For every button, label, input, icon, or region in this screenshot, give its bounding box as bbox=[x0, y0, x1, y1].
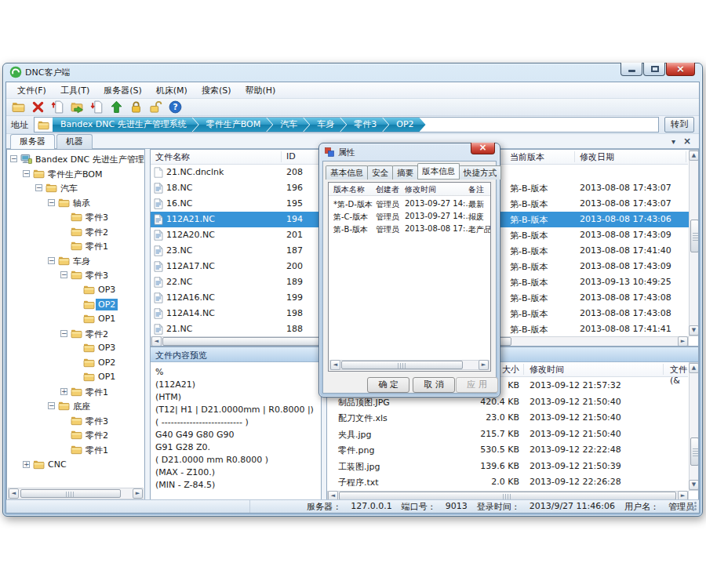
tree-item[interactable]: 轴承 bbox=[7, 196, 144, 210]
tree-item[interactable]: 底座 bbox=[7, 399, 144, 413]
column-header-date[interactable]: 修改日期 bbox=[580, 151, 614, 163]
dialog-tab-3[interactable]: 版本信息 bbox=[417, 163, 460, 179]
resize-grip[interactable] bbox=[687, 501, 697, 511]
scroll-thumb[interactable] bbox=[690, 220, 699, 252]
ok-button[interactable]: 确 定 bbox=[367, 377, 409, 393]
tree-item[interactable]: OP3 bbox=[7, 341, 144, 355]
breadcrumb-segment-1[interactable]: 零件生产BOM bbox=[193, 118, 273, 132]
collapse-icon[interactable] bbox=[23, 170, 30, 177]
tree-item[interactable]: 汽车 bbox=[7, 181, 144, 195]
attachment-row[interactable]: 工装图.jpg139.6 KB2013-09-12 21:50:39 bbox=[327, 459, 689, 474]
maximize-button[interactable] bbox=[643, 63, 665, 76]
dialog-tab-0[interactable]: 基本信息 bbox=[326, 165, 368, 180]
version-row[interactable]: 第-C-版本管理员2013-09-27 14:...报废 bbox=[329, 211, 490, 223]
attachment-row[interactable]: 子程序.txt2.0 KB2013-09-12 22:26:28 bbox=[327, 474, 689, 490]
column-header-creator[interactable]: 创建者 bbox=[376, 184, 399, 195]
column-header-mod-time[interactable]: 修改时间 bbox=[405, 184, 436, 195]
column-header-note[interactable]: 备注 bbox=[468, 184, 484, 195]
version-row[interactable]: 第-B-版本管理员2013-08-08 17:...老产品程序 bbox=[329, 223, 490, 236]
scroll-up-icon[interactable] bbox=[689, 363, 699, 373]
column-header-version-name[interactable]: 版本名称 bbox=[333, 184, 365, 195]
tree-item[interactable]: OP2 bbox=[7, 298, 144, 312]
collapse-icon[interactable] bbox=[60, 330, 67, 337]
menu-item-2[interactable]: 服务器(S) bbox=[96, 83, 149, 98]
collapse-icon[interactable] bbox=[60, 271, 67, 278]
upload-icon[interactable] bbox=[110, 100, 123, 114]
scroll-down-icon[interactable] bbox=[689, 480, 699, 490]
collapse-icon[interactable] bbox=[48, 199, 55, 206]
scroll-thumb[interactable] bbox=[20, 489, 121, 498]
attachment-row[interactable]: 配刀文件.xls23.0 KB2013-09-12 21:50:40 bbox=[327, 410, 689, 426]
tree-item[interactable]: 零件2 bbox=[7, 428, 144, 442]
column-header-version[interactable]: 当前版本 bbox=[510, 151, 544, 163]
tree-item[interactable]: CNC bbox=[7, 458, 144, 472]
scroll-up-icon[interactable] bbox=[689, 151, 699, 161]
cancel-button[interactable]: 取 消 bbox=[413, 377, 455, 393]
attachment-row[interactable]: 零件.png530.5 KB2013-09-12 22:22:48 bbox=[327, 442, 689, 458]
scroll-left-icon[interactable] bbox=[9, 488, 19, 499]
tree-item[interactable]: OP3 bbox=[7, 283, 144, 297]
scroll-left-icon[interactable] bbox=[330, 360, 340, 370]
dialog-titlebar[interactable]: 属性 bbox=[319, 143, 500, 161]
breadcrumb-segment-5[interactable]: OP2 bbox=[383, 118, 425, 132]
scroll-thumb[interactable] bbox=[341, 361, 463, 369]
column-header-name[interactable]: 文件名称 bbox=[155, 151, 190, 163]
send-to-folder-icon[interactable] bbox=[71, 100, 84, 114]
tree-item[interactable]: OP1 bbox=[7, 370, 144, 384]
delete-icon[interactable] bbox=[31, 100, 45, 114]
tree-item[interactable]: 零件1 bbox=[7, 239, 144, 253]
scroll-thumb[interactable] bbox=[690, 437, 699, 466]
chevron-down-icon[interactable] bbox=[671, 136, 675, 147]
menu-item-5[interactable]: 帮助(H) bbox=[238, 83, 282, 98]
scroll-down-icon[interactable] bbox=[689, 325, 699, 336]
tree-item[interactable]: 零件1 bbox=[7, 443, 144, 457]
file-list-vscrollbar[interactable] bbox=[689, 150, 699, 336]
tree-item[interactable]: 零件3 bbox=[7, 268, 144, 282]
check-out-icon[interactable] bbox=[51, 100, 64, 114]
menu-item-4[interactable]: 搜索(S) bbox=[195, 83, 238, 98]
breadcrumb-segment-4[interactable]: 零件3 bbox=[340, 118, 388, 132]
scroll-right-icon[interactable] bbox=[133, 488, 143, 499]
lock-icon[interactable] bbox=[129, 100, 143, 114]
new-folder-icon[interactable] bbox=[12, 100, 25, 114]
tab-server[interactable]: 服务器 bbox=[10, 134, 55, 149]
tree-item[interactable]: Bandex DNC 先进生产管理系统 bbox=[7, 152, 144, 166]
tree-item[interactable]: OP1 bbox=[7, 312, 144, 326]
tree-item[interactable]: 零件生产BOM bbox=[7, 167, 144, 181]
attachments-vscrollbar[interactable] bbox=[689, 362, 699, 491]
scroll-left-icon[interactable] bbox=[151, 336, 162, 347]
version-row[interactable]: *第-D-版本管理员2013-09-27 14:...最新 bbox=[329, 198, 490, 211]
help-icon[interactable]: ? bbox=[169, 100, 182, 114]
tree-item[interactable]: 零件3 bbox=[7, 414, 144, 428]
column-header-time[interactable]: 修改时间 bbox=[530, 364, 564, 376]
menu-item-0[interactable]: 文件(F) bbox=[10, 83, 53, 98]
dialog-tab-1[interactable]: 安全 bbox=[367, 165, 393, 180]
collapse-icon[interactable] bbox=[10, 155, 17, 162]
menu-item-3[interactable]: 机床(M) bbox=[149, 83, 195, 98]
dialog-tab-4[interactable]: 快捷方式 bbox=[459, 165, 501, 180]
tree-item[interactable]: 零件2 bbox=[7, 225, 144, 239]
tab-machine[interactable]: 机器 bbox=[56, 134, 93, 149]
minimize-button[interactable] bbox=[620, 63, 642, 76]
breadcrumb-segment-2[interactable]: 汽车 bbox=[267, 118, 309, 132]
scroll-right-icon[interactable] bbox=[479, 360, 489, 370]
collapse-icon[interactable] bbox=[35, 184, 42, 191]
dialog-tab-2[interactable]: 摘要 bbox=[392, 165, 418, 180]
tree-item[interactable]: 零件1 bbox=[7, 385, 144, 399]
tree-item[interactable]: 车身 bbox=[7, 254, 144, 268]
tree-item[interactable]: 零件2 bbox=[7, 327, 144, 341]
dialog-close-button[interactable] bbox=[471, 143, 495, 154]
version-list-hscrollbar[interactable] bbox=[329, 360, 489, 370]
unlock-icon[interactable] bbox=[149, 100, 162, 114]
breadcrumb-segment-3[interactable]: 车身 bbox=[304, 118, 346, 132]
apply-button[interactable]: 应 用 bbox=[456, 377, 498, 393]
breadcrumb[interactable]: Bandex DNC 先进生产管理系统零件生产BOM汽车车身零件3OP2 bbox=[34, 117, 659, 132]
titlebar[interactable]: DNC客户端 bbox=[3, 64, 702, 82]
tree-item[interactable]: 零件3 bbox=[7, 210, 144, 224]
column-header-id[interactable]: ID bbox=[286, 151, 296, 162]
check-in-icon[interactable] bbox=[90, 100, 104, 114]
close-button[interactable] bbox=[666, 63, 695, 76]
tabstrip-close-icon[interactable] bbox=[683, 136, 691, 147]
tree-item[interactable]: OP2 bbox=[7, 356, 144, 370]
expand-icon[interactable] bbox=[23, 461, 30, 468]
